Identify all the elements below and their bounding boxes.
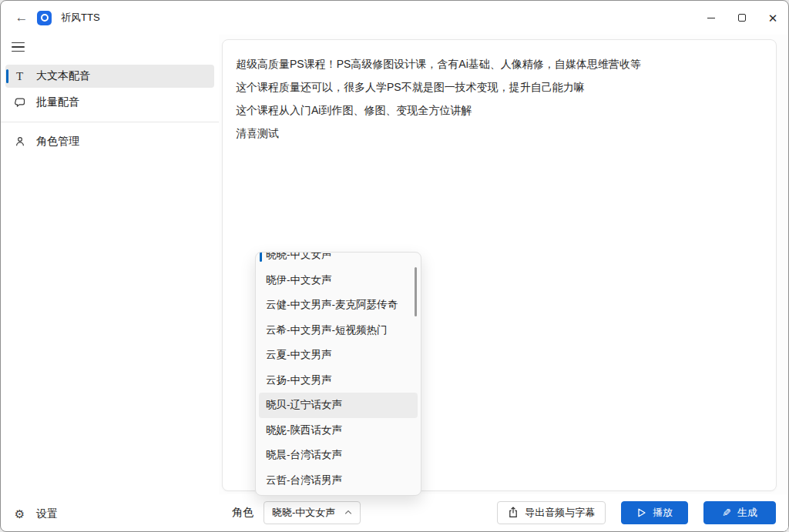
- sidebar-item-label: 角色管理: [36, 135, 79, 149]
- chevron-up-icon: [344, 510, 352, 515]
- export-audio-subtitles-button[interactable]: 导出音频与字幕: [497, 501, 606, 524]
- selected-indicator: [260, 252, 262, 262]
- voice-option-label: 晓晨-台湾话女声: [266, 448, 342, 462]
- sidebar-item-label: 大文本配音: [36, 69, 90, 83]
- role-select-dropdown[interactable]: 晓晓-中文女声: [264, 501, 361, 524]
- play-button-label: 播放: [653, 506, 673, 520]
- voice-option[interactable]: 晓伊-中文女声: [259, 268, 418, 293]
- sidebar-item-settings[interactable]: ⚙ 设置: [5, 503, 214, 526]
- voice-option[interactable]: 晓贝-辽宁话女声: [259, 393, 418, 418]
- editor-text-line: 这个课程从入门Ai到作图、修图、变现全方位讲解: [236, 99, 763, 122]
- voice-option[interactable]: 云扬-中文男声: [259, 368, 418, 393]
- voice-list: 晓晓-中文女声 晓伊-中文女声 云健-中文男声-麦克阿瑟传奇 云希-中文男声-短…: [256, 252, 421, 493]
- maximize-icon: [738, 14, 746, 22]
- role-select-value: 晓晓-中文女声: [272, 506, 335, 520]
- hamburger-menu-button[interactable]: [12, 41, 25, 53]
- app-logo-icon: [37, 11, 52, 25]
- close-button[interactable]: ✕: [757, 1, 788, 35]
- bottom-bar: 角色 晓晓-中文女声 导出音频与字幕 播放 ✎ 生成: [219, 494, 787, 530]
- role-label: 角色: [232, 506, 253, 520]
- generate-button-label: 生成: [737, 506, 757, 520]
- minimize-button[interactable]: [696, 1, 727, 35]
- voice-option[interactable]: 晓妮-陕西话女声: [259, 418, 418, 443]
- titlebar: ← 祈风TTS ✕: [1, 1, 788, 35]
- back-button[interactable]: ←: [12, 8, 32, 28]
- person-icon: [13, 136, 26, 149]
- minimize-icon: [707, 18, 715, 18]
- voice-dropdown-flyout: 晓晓-中文女声 晓伊-中文女声 云健-中文男声-麦克阿瑟传奇 云希-中文男声-短…: [255, 252, 421, 496]
- editor-text-line: 清喜测试: [236, 122, 763, 145]
- sidebar-item-label: 批量配音: [36, 95, 79, 109]
- close-icon: ✕: [768, 12, 778, 24]
- sidebar-nav: T 大文本配音 批量配音: [1, 65, 219, 153]
- pen-icon: ✎: [722, 507, 731, 519]
- voice-option[interactable]: 云希-中文男声-短视频热门: [259, 318, 418, 343]
- voice-option-label: 云哲-台湾话男声: [266, 473, 342, 487]
- app-window: ← 祈风TTS ✕ T 大文本配音: [0, 0, 789, 532]
- settings-label: 设置: [36, 507, 58, 521]
- voice-option-label: 晓妮-陕西话女声: [266, 423, 342, 437]
- sidebar: T 大文本配音 批量配音: [1, 35, 219, 532]
- gear-icon: ⚙: [13, 508, 26, 521]
- voice-option[interactable]: 云健-中文男声-麦克阿瑟传奇: [259, 293, 418, 318]
- window-controls: ✕: [696, 1, 788, 35]
- voice-option-label: 云夏-中文男声: [266, 348, 332, 362]
- voice-option-label: 晓贝-辽宁话女声: [266, 398, 342, 412]
- export-button-label: 导出音频与字幕: [525, 506, 595, 520]
- back-arrow-icon: ←: [15, 10, 29, 25]
- voice-option-label: 晓伊-中文女声: [266, 273, 332, 287]
- play-button[interactable]: 播放: [621, 501, 688, 524]
- play-icon: [636, 507, 646, 518]
- sidebar-item-large-text-dubbing[interactable]: T 大文本配音: [5, 65, 214, 88]
- editor-text-line: 这个课程质量还可以，很多人学PS不就是图一技术变现，提升自己能力嘛: [236, 75, 763, 99]
- sidebar-item-batch-dubbing[interactable]: 批量配音: [5, 91, 214, 114]
- sidebar-item-role-management[interactable]: 角色管理: [5, 130, 214, 153]
- scrollbar-thumb[interactable]: [415, 267, 417, 316]
- voice-option-label: 云扬-中文男声: [266, 373, 332, 387]
- voice-option-label: 云健-中文男声-麦克阿瑟传奇: [266, 298, 398, 312]
- text-icon: T: [13, 70, 26, 83]
- export-upload-icon: [508, 507, 519, 518]
- voice-option-label: 晓晓-中文女声: [266, 252, 332, 262]
- generate-button[interactable]: ✎ 生成: [703, 501, 776, 524]
- maximize-button[interactable]: [727, 1, 757, 35]
- voice-option[interactable]: 云夏-中文男声: [259, 343, 418, 368]
- window-title: 祈风TTS: [61, 11, 100, 25]
- sidebar-divider: [1, 122, 219, 122]
- voice-option[interactable]: 晓晓-中文女声: [259, 252, 418, 268]
- voice-option[interactable]: 晓晨-台湾话女声: [259, 443, 418, 468]
- voice-option-label: 云希-中文男声-短视频热门: [266, 323, 388, 337]
- editor-text-line: 超级高质量PS课程！PS高级修图设计课，含有Ai基础、人像精修，自媒体思维营收等: [236, 52, 763, 75]
- voice-option[interactable]: 云哲-台湾话男声: [259, 468, 418, 494]
- chat-bubble-icon: [13, 96, 26, 109]
